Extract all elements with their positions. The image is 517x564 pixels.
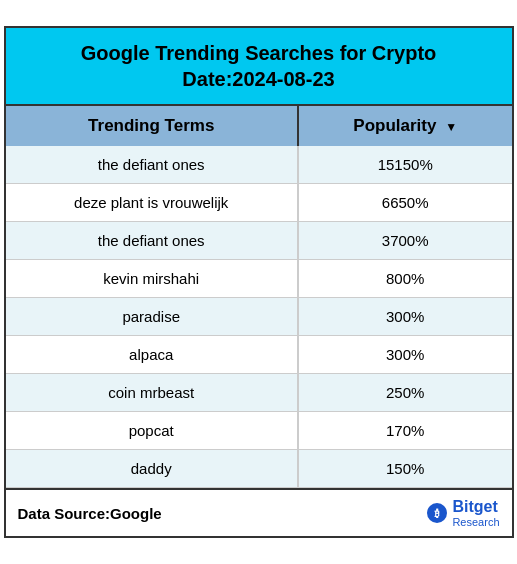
table-row: deze plant is vrouwelijk6650% (6, 184, 512, 222)
svg-text:₿: ₿ (434, 508, 440, 519)
col-popularity-header: Popularity ▼ (298, 106, 512, 146)
table-row: alpaca300% (6, 336, 512, 374)
popularity-cell: 800% (298, 260, 512, 298)
table-row: popcat170% (6, 412, 512, 450)
table-row: kevin mirshahi800% (6, 260, 512, 298)
term-cell: popcat (6, 412, 298, 450)
trending-table: Trending Terms Popularity ▼ the defiant … (6, 106, 512, 488)
term-cell: daddy (6, 450, 298, 488)
term-cell: alpaca (6, 336, 298, 374)
popularity-cell: 15150% (298, 146, 512, 184)
term-cell: the defiant ones (6, 222, 298, 260)
sort-arrow-icon: ▼ (445, 120, 457, 134)
term-cell: paradise (6, 298, 298, 336)
col-terms-header: Trending Terms (6, 106, 298, 146)
popularity-cell: 150% (298, 450, 512, 488)
term-cell: deze plant is vrouwelijk (6, 184, 298, 222)
popularity-cell: 300% (298, 336, 512, 374)
footer: Data Source:Google ₿ Bitget Research (6, 488, 512, 536)
table-row: daddy150% (6, 450, 512, 488)
table-row: the defiant ones15150% (6, 146, 512, 184)
popularity-cell: 250% (298, 374, 512, 412)
data-source-label: Data Source:Google (18, 505, 162, 522)
header-line1: Google Trending Searches for Crypto (81, 42, 437, 64)
term-cell: the defiant ones (6, 146, 298, 184)
header-title: Google Trending Searches for Crypto Date… (16, 40, 502, 92)
bitget-brand-name: Bitget (452, 498, 499, 516)
term-cell: coin mrbeast (6, 374, 298, 412)
header: Google Trending Searches for Crypto Date… (6, 28, 512, 106)
header-line2: Date:2024-08-23 (182, 68, 334, 90)
bitget-text: Bitget Research (452, 498, 499, 528)
bitget-icon: ₿ (426, 502, 448, 524)
bitget-logo: ₿ Bitget Research (426, 498, 499, 528)
popularity-cell: 6650% (298, 184, 512, 222)
table-row: paradise300% (6, 298, 512, 336)
table-row: coin mrbeast250% (6, 374, 512, 412)
popularity-cell: 170% (298, 412, 512, 450)
popularity-cell: 3700% (298, 222, 512, 260)
term-cell: kevin mirshahi (6, 260, 298, 298)
table-row: the defiant ones3700% (6, 222, 512, 260)
main-container: Google Trending Searches for Crypto Date… (4, 26, 514, 538)
bitget-brand-sub: Research (452, 516, 499, 528)
popularity-cell: 300% (298, 298, 512, 336)
